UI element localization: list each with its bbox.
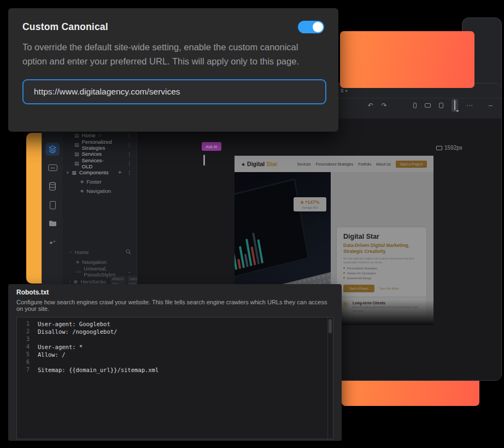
layers-item-label: Navigation (82, 259, 107, 265)
line-number: 7 (17, 366, 38, 374)
layers-header[interactable]: ⌂ Home (63, 247, 137, 257)
panel-description: To override the default site-wide settin… (22, 40, 301, 69)
layers-header-label: Home (75, 249, 89, 255)
page-label: Personalized Strategies (82, 139, 113, 151)
line-text: Allow: / (38, 351, 66, 358)
code-lines: 1 User-agent: Googlebot 2 Disallow: /nog… (17, 320, 333, 374)
nav-link[interactable]: Personalized Strategies (316, 162, 354, 166)
toggle-knob (313, 22, 323, 32)
page-icon: ▤ (74, 161, 79, 166)
decor-orange-rectangle-top (340, 31, 474, 88)
line-text: User-agent: * (38, 343, 83, 351)
add-icon[interactable]: + (118, 169, 121, 175)
kebab-menu-icon[interactable]: ⋮ (127, 170, 132, 175)
preview-logo[interactable]: ★ Digital Star (241, 161, 278, 167)
editor-scrollbar-track[interactable] (327, 317, 333, 439)
chevron-right-icon[interactable]: › (69, 279, 71, 284)
chevron-down-icon[interactable]: ⌄ (127, 269, 131, 274)
line-text: User-agent: Googlebot (38, 320, 110, 328)
hero-secondary-link[interactable]: See Our Work (380, 287, 399, 290)
code-line: 5 Allow: / (17, 351, 333, 358)
tablet-viewport-icon[interactable] (439, 103, 443, 108)
phone-viewport-icon[interactable] (413, 103, 417, 108)
page-list-item[interactable]: ◈ Footer (63, 177, 137, 186)
layers-icon (48, 145, 57, 154)
hero-bullet: Always-On Campaigns (343, 272, 420, 275)
custom-canonical-panel: Custom Canonical To override the default… (8, 8, 338, 132)
bullet-dot-icon (343, 272, 345, 274)
roi-badge: +147% Average ROI (294, 197, 326, 211)
layers-navigator: ⌂ Home ◈ Navigation <> Universal, Pseudo… (63, 247, 137, 286)
page-icon: ◈ (80, 188, 84, 193)
ai-rail-button[interactable]: ✦✦ (45, 235, 60, 249)
hero-bullets: Personalized Strategies Always-On Campai… (343, 267, 420, 280)
panel-title: Custom Canonical (22, 21, 108, 33)
page-list-item[interactable]: ∨ ▦ Components + ⋮ (63, 168, 137, 177)
kebab-menu-icon[interactable]: ⋮ (127, 151, 132, 157)
canonical-toggle[interactable] (298, 21, 324, 33)
page-label: Home (82, 132, 96, 138)
nav-link[interactable]: Services (297, 162, 311, 166)
devices-rail-button[interactable] (45, 198, 60, 211)
page-list-item[interactable]: ▤ Services-OLD ⋮ (63, 158, 137, 168)
robots-description: Configure how search engines crawl your … (16, 299, 333, 312)
hero-bullet: Experiential Design (343, 276, 420, 280)
robots-title: Robots.txt (16, 288, 333, 296)
page-icon: ▤ (74, 151, 79, 157)
css-rail-button[interactable]: css (45, 161, 60, 174)
page-label: Components (79, 169, 109, 175)
roi-caption: Average ROI (297, 206, 323, 209)
desktop-viewport-button[interactable] (452, 99, 458, 112)
code-icon: <> (76, 269, 81, 274)
caret-icon[interactable]: ∨ (66, 170, 69, 175)
search-icon[interactable] (126, 249, 131, 255)
laptop-screen (235, 178, 309, 279)
line-text: Disallow: /nogooglebot/ (38, 328, 117, 335)
page-list-item[interactable]: ▤ Personalized Strategies ⋮ (63, 140, 137, 149)
nav-link[interactable]: Portfolio (358, 162, 371, 166)
line-number: 6 (17, 358, 38, 366)
code-line: 6 (17, 358, 333, 366)
hero-bullet: Personalized Strategies (343, 267, 420, 270)
more-options-icon[interactable]: ⋯ (466, 102, 473, 109)
canonical-url-input[interactable] (22, 79, 326, 104)
kebab-menu-icon[interactable]: ⋮ (127, 133, 132, 138)
layers-rail-button[interactable] (45, 143, 60, 156)
redo-icon[interactable]: ↷ (382, 102, 387, 109)
roi-value: +147% (305, 199, 320, 205)
preview-nav-links: ServicesPersonalized StrategiesPortfolio… (297, 162, 391, 166)
pages-list: ▤ Home ⌂ ⋮ ▤ Personalized Strategies (63, 131, 137, 196)
desktop-viewport-icon (454, 100, 455, 110)
assets-rail-button[interactable] (45, 217, 60, 230)
folder-icon (49, 220, 57, 227)
editor-scrollbar-thumb[interactable] (329, 319, 332, 333)
database-rail-button[interactable] (45, 180, 60, 193)
robots-panel: Robots.txt Configure how search engines … (8, 284, 342, 441)
hero-card: Digital Star Data-Driven Digital Marketi… (336, 227, 427, 298)
minimize-icon[interactable]: – (489, 101, 493, 109)
page-list-item[interactable]: ◈ Navigation (63, 186, 137, 196)
layers-item-styles[interactable]: <> Universal, PseudoStyles ⌄ (63, 267, 137, 276)
robots-code-editor[interactable]: 1 User-agent: Googlebot 2 Disallow: /nog… (16, 317, 333, 439)
chevron-down-icon: ▾ (345, 89, 348, 93)
viewport-width-value: 1592px (444, 145, 462, 151)
viewport-width-label: 1592px (436, 145, 462, 151)
preview-header: ★ Digital Star ServicesPersonalized Stra… (235, 156, 433, 172)
hero-body-text: We fuse data-led insights with creative … (343, 257, 420, 264)
kebab-menu-icon[interactable]: ⋮ (127, 142, 132, 148)
tablet-landscape-viewport-icon[interactable] (425, 103, 431, 108)
hero-cta-button[interactable]: Start a Project (343, 285, 374, 292)
canvas-scrollbar[interactable] (203, 155, 205, 166)
nav-link[interactable]: About Us (376, 162, 391, 166)
kebab-menu-icon[interactable]: ⋮ (127, 161, 132, 166)
component-icon: ◈ (76, 260, 79, 264)
line-number: 5 (17, 351, 38, 358)
header-cta-button[interactable]: Start a Project (396, 161, 427, 168)
preview-nav: ServicesPersonalized StrategiesPortfolio… (297, 161, 427, 168)
chart-icon (301, 201, 303, 204)
page-icon: ◈ (80, 179, 84, 184)
code-line: 7 Sitemap: {{domain_url}}/sitemap.xml (17, 366, 333, 374)
ai-sparkles-icon: ✦✦ (49, 237, 56, 247)
ask-ai-button[interactable]: Ask AI (202, 142, 221, 151)
undo-icon[interactable]: ↶ (368, 102, 373, 109)
